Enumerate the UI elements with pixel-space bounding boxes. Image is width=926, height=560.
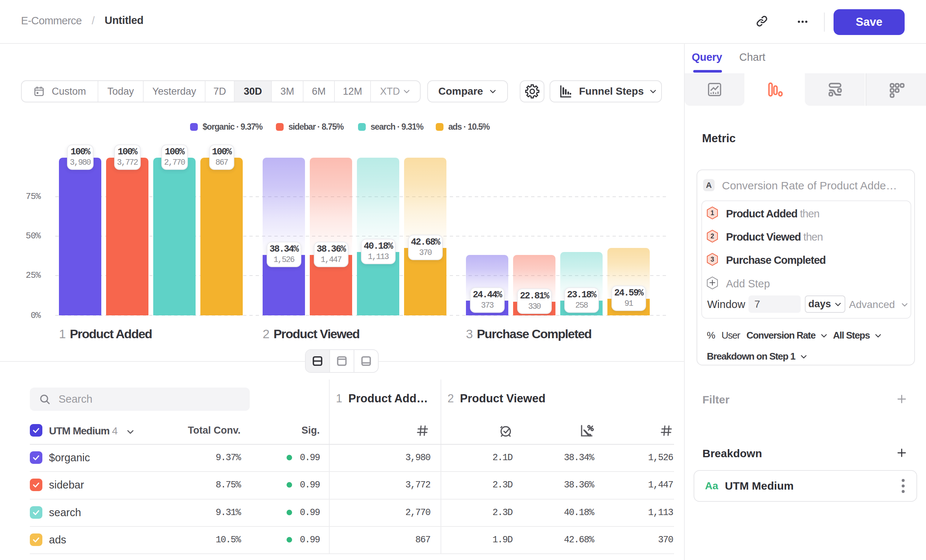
- svg-text:1: 1: [711, 209, 714, 216]
- svg-text:3: 3: [711, 256, 714, 263]
- svg-text:2: 2: [711, 233, 714, 240]
